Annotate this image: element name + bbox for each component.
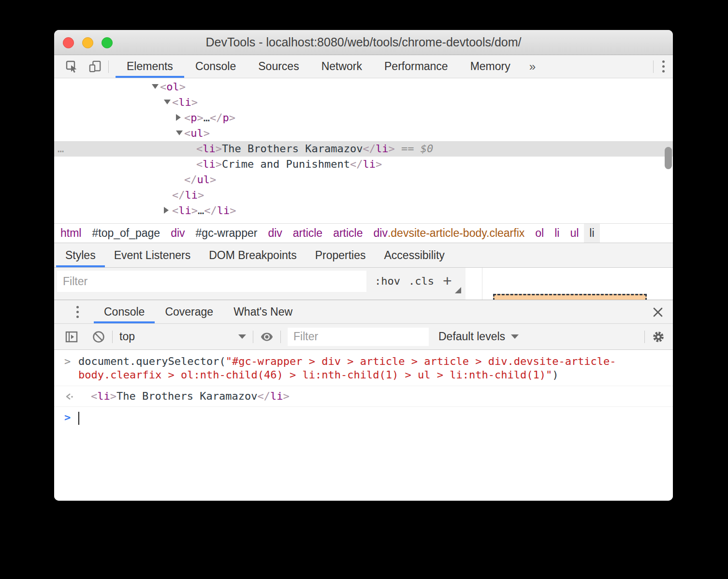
text-segment: ul [190, 127, 204, 139]
log-levels-select[interactable]: Default levels [438, 330, 519, 343]
breadcrumb-item[interactable]: div.devsite-article-body.clearfix [368, 224, 530, 243]
drawer-tab-what-s-new[interactable]: What's New [223, 300, 303, 323]
dom-tree: <ol><li><p>…</p><ul>…<li>The Brothers Ka… [54, 78, 673, 223]
expander-down-icon[interactable] [176, 126, 184, 141]
main-tabs: ElementsConsoleSourcesNetworkPerformance… [116, 55, 522, 78]
expander-down-icon[interactable] [164, 95, 172, 110]
breadcrumb-item[interactable]: div [262, 224, 287, 243]
expander-down-icon[interactable] [152, 79, 160, 95]
text-segment: > [191, 96, 198, 108]
text-segment: > [191, 204, 198, 217]
console-filter-input[interactable] [288, 328, 429, 346]
text-segment: #gc-wrapper [196, 227, 258, 240]
minimize-window-button[interactable] [82, 37, 93, 48]
javascript-context-select[interactable]: top [119, 330, 246, 343]
result-value[interactable]: <li>The Brothers Karamazov</li> [91, 390, 673, 403]
sidebar-tab-styles[interactable]: Styles [56, 243, 105, 267]
text-segment: li [178, 96, 191, 108]
dom-tree-row[interactable]: <li>…</li> [54, 203, 673, 218]
sidebar-tab-dom-breakpoints[interactable]: DOM Breakpoints [200, 243, 306, 267]
dom-tree-row[interactable]: <ul> [54, 126, 673, 141]
zoom-window-button[interactable] [102, 37, 113, 48]
tab-console[interactable]: Console [184, 55, 247, 78]
close-window-button[interactable] [63, 37, 74, 48]
styles-toolbar: :hov .cls + [54, 268, 673, 300]
text-segment: p [223, 112, 229, 124]
text-segment: > [197, 112, 204, 124]
console-settings-gear-icon[interactable] [652, 330, 665, 344]
breadcrumb-item[interactable]: li [584, 224, 599, 243]
text-segment: > [388, 143, 394, 155]
breadcrumb-item[interactable]: html [55, 224, 87, 243]
text-segment: < [196, 158, 203, 170]
breadcrumb-item[interactable]: ul [565, 224, 584, 243]
tab-elements[interactable]: Elements [116, 55, 184, 78]
breadcrumb-item[interactable]: ol [530, 224, 549, 243]
text-segment: li [217, 204, 230, 217]
more-actions-ellipsis-icon[interactable]: … [58, 141, 65, 157]
scrollbar-thumb[interactable] [665, 147, 672, 169]
clear-console-icon[interactable] [92, 330, 105, 344]
drawer-tab-coverage[interactable]: Coverage [155, 300, 223, 323]
command-chevron-icon: > [64, 355, 71, 368]
expander-right-icon[interactable] [176, 110, 184, 126]
show-console-sidebar-icon[interactable] [65, 330, 78, 344]
sidebar-tab-accessibility[interactable]: Accessibility [375, 243, 454, 267]
text-segment: … [198, 204, 204, 217]
drawer-tab-bar: ConsoleCoverageWhat's New [54, 300, 673, 324]
text-segment: < [184, 112, 190, 124]
text-segment: </ [172, 189, 185, 201]
text-segment: > [204, 127, 210, 139]
text-segment: li [203, 158, 216, 170]
breadcrumb-item[interactable]: article [288, 224, 328, 243]
tab-network[interactable]: Network [310, 55, 373, 78]
drawer-tab-console[interactable]: Console [94, 300, 155, 323]
text-segment: > [179, 81, 186, 93]
drawer-kebab-menu-icon[interactable] [68, 306, 87, 318]
resize-grip-icon[interactable] [455, 287, 461, 293]
text-segment: > [283, 390, 289, 402]
element-sidebar-pane [466, 268, 673, 300]
breadcrumb-item[interactable]: #top_of_page [87, 224, 165, 243]
expander-right-icon[interactable] [164, 203, 172, 218]
more-tabs-button[interactable]: » [522, 60, 543, 73]
console-command-echo: > document.querySelector("#gc-wrapper > … [54, 350, 673, 386]
breadcrumb-item[interactable]: article [328, 224, 368, 243]
styles-filter-input[interactable] [57, 271, 366, 292]
breadcrumb-item[interactable]: div [165, 224, 190, 243]
tab-performance[interactable]: Performance [373, 55, 459, 78]
text-segment: div [374, 227, 388, 240]
live-expression-eye-icon[interactable] [260, 330, 274, 344]
new-style-rule-button[interactable]: + [443, 268, 452, 295]
text-segment: ol [166, 81, 179, 93]
dom-tree-row[interactable]: </ul> [54, 172, 673, 188]
main-toolbar: ElementsConsoleSourcesNetworkPerformance… [54, 55, 673, 78]
dom-tree-row[interactable]: <p>…</p> [54, 110, 673, 126]
text-segment: </ [363, 143, 376, 155]
text-segment: </ [204, 204, 217, 217]
dom-tree-row[interactable]: …<li>The Brothers Karamazov</li> == $0 [54, 141, 673, 157]
toolbar-divider [253, 331, 253, 343]
tab-memory[interactable]: Memory [459, 55, 522, 78]
close-drawer-icon[interactable] [652, 306, 664, 318]
dropdown-caret-icon [238, 334, 246, 339]
sidebar-tab-properties[interactable]: Properties [306, 243, 375, 267]
breadcrumb-item[interactable]: li [549, 224, 565, 243]
dom-tree-row[interactable]: <ol> [54, 79, 673, 95]
element-classes-button[interactable]: .cls [408, 268, 434, 295]
device-toolbar-icon[interactable] [89, 60, 102, 73]
dom-tree-row[interactable]: </li> [54, 188, 673, 203]
console-result: <li>The Brothers Karamazov</li> [54, 386, 673, 407]
dom-tree-row[interactable]: <li> [54, 95, 673, 110]
dom-tree-row[interactable]: <li>Crime and Punishment</li> [54, 157, 673, 172]
text-segment: div [268, 227, 282, 240]
kebab-menu-icon[interactable] [654, 60, 673, 72]
breadcrumb-item[interactable]: #gc-wrapper [190, 224, 263, 243]
box-model-margin [493, 294, 647, 300]
sidebar-tab-event-listeners[interactable]: Event Listeners [105, 243, 200, 267]
console-prompt[interactable]: > [54, 407, 673, 417]
tab-sources[interactable]: Sources [247, 55, 310, 78]
inspect-element-icon[interactable] [66, 60, 78, 73]
toggle-element-state-button[interactable]: :hov [375, 268, 400, 295]
text-segment: li [178, 204, 191, 217]
